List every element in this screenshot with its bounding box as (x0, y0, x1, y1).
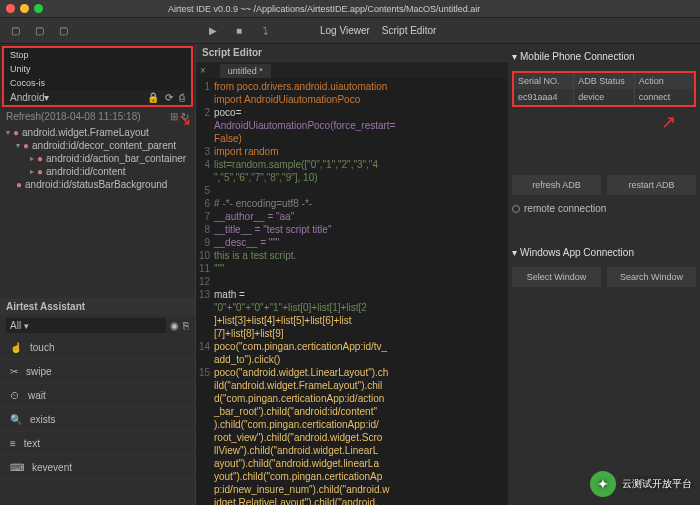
ui-tree[interactable]: ▾●android.widget.FrameLayout ▾●android:i… (0, 124, 195, 298)
minimize-dot[interactable] (20, 4, 29, 13)
tool-text[interactable]: ≡text (0, 432, 195, 456)
dd-unity[interactable]: Unity (4, 62, 191, 76)
code-editor[interactable]: 1from poco.drivers.android.uiautomationi… (196, 78, 508, 505)
toolbar: ▢ ▢ ▢ ▶ ■ ⤵ Log Viewer Script Editor (0, 18, 700, 44)
maximize-dot[interactable] (34, 4, 43, 13)
record-icon[interactable]: ◉ (170, 320, 179, 331)
device-dropdown[interactable]: Stop Unity Cocos-is Android ▾ 🔒 ⟳ ⎙ ↘ (2, 46, 193, 107)
left-panel: Stop Unity Cocos-is Android ▾ 🔒 ⟳ ⎙ ↘ Re… (0, 44, 196, 505)
tool-touch[interactable]: ☝touch (0, 336, 195, 360)
tab-script-editor[interactable]: Script Editor (382, 25, 436, 36)
dd-android[interactable]: Android (10, 92, 44, 103)
close-dot[interactable] (6, 4, 15, 13)
col-serial: Serial NO. (514, 73, 574, 89)
editor-header: Script Editor (196, 44, 508, 62)
exists-icon: 🔍 (10, 414, 22, 425)
cell-serial: ec91aaa4 (514, 89, 574, 105)
dd-stop[interactable]: Stop (4, 48, 191, 62)
refresh-adb-button[interactable]: refresh ADB (512, 175, 601, 195)
title-bar: Airtest IDE v0.0.9 ~~ /Applications/Airt… (0, 0, 700, 18)
touch-icon: ☝ (10, 342, 22, 353)
restart-adb-button[interactable]: restart ADB (607, 175, 696, 195)
search-window-button[interactable]: Search Window (607, 267, 696, 287)
tool-exists[interactable]: 🔍exists (0, 408, 195, 432)
new-file-icon[interactable]: ▢ (4, 21, 26, 41)
tree-item[interactable]: android:id/action_bar_container (46, 153, 186, 164)
connect-button[interactable]: connect (635, 89, 694, 105)
watermark: ✦ 云测试开放平台 (590, 471, 692, 497)
col-adb: ADB Status (574, 73, 634, 89)
editor-tab[interactable]: untitled * (220, 64, 271, 78)
printer-icon[interactable]: ⎙ (179, 92, 185, 103)
assistant-filter[interactable]: All ▾ (6, 318, 166, 333)
lock-icon[interactable]: 🔒 (147, 92, 159, 103)
tool-swipe[interactable]: ✂swipe (0, 360, 195, 384)
wechat-icon: ✦ (590, 471, 616, 497)
tree-item[interactable]: android:id/statusBarBackground (25, 179, 167, 190)
save-file-icon[interactable]: ▢ (52, 21, 74, 41)
highlight-arrow-icon: ↗ (512, 111, 696, 133)
key-icon: ⌨ (10, 462, 24, 473)
tree-root[interactable]: android.widget.FrameLayout (22, 127, 149, 138)
tool-keyevent[interactable]: ⌨kevevent (0, 456, 195, 480)
highlight-arrow-icon: ↘ (178, 110, 191, 129)
remote-connection-radio[interactable]: remote connection (512, 201, 696, 216)
step-icon[interactable]: ⤵ (254, 21, 276, 41)
cell-status: device (574, 89, 634, 105)
close-tab-icon[interactable]: × (200, 65, 206, 76)
select-window-button[interactable]: Select Window (512, 267, 601, 287)
right-panel: ▾ Mobile Phone Connection Serial NO. ADB… (508, 44, 700, 505)
tree-item[interactable]: android:id/content (46, 166, 126, 177)
run-icon[interactable]: ▶ (202, 21, 224, 41)
dd-cocos[interactable]: Cocos-is (4, 76, 191, 90)
window-title: Airtest IDE v0.0.9 ~~ /Applications/Airt… (168, 4, 480, 14)
tab-log-viewer[interactable]: Log Viewer (320, 25, 370, 36)
refresh-icon[interactable]: ⟳ (165, 92, 173, 103)
editor-panel: Script Editor ×untitled * 1from poco.dri… (196, 44, 508, 505)
assistant-header: Airtest Assistant (0, 298, 195, 315)
camera-icon[interactable]: ⎘ (183, 320, 189, 331)
open-file-icon[interactable]: ▢ (28, 21, 50, 41)
text-icon: ≡ (10, 438, 16, 449)
swipe-icon: ✂ (10, 366, 18, 377)
wait-icon: ⏲ (10, 390, 20, 401)
tool-list: ☝touch ✂swipe ⏲wait 🔍exists ≡text ⌨kevev… (0, 336, 195, 506)
tree-item[interactable]: android:id/decor_content_parent (32, 140, 176, 151)
device-table: Serial NO. ADB Status Action ec91aaa4 de… (512, 71, 696, 107)
tool-wait[interactable]: ⏲wait (0, 384, 195, 408)
windows-section-header[interactable]: ▾ Windows App Connection (512, 244, 696, 261)
stop-icon[interactable]: ■ (228, 21, 250, 41)
col-action: Action (635, 73, 694, 89)
refresh-timestamp: Refresh(2018-04-08 11:15:18) (6, 111, 141, 122)
mobile-section-header[interactable]: ▾ Mobile Phone Connection (512, 48, 696, 65)
